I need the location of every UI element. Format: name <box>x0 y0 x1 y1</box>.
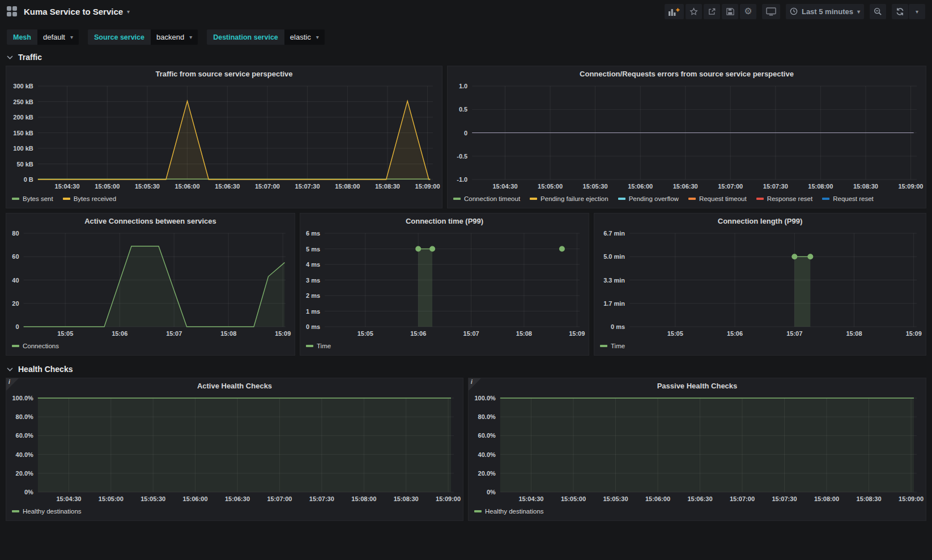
chart-connection-length[interactable]: 0 ms1.7 min3.3 min5.0 min6.7 min15:0515:… <box>594 229 926 339</box>
svg-text:20.0%: 20.0% <box>16 470 33 477</box>
legend-label: Time <box>611 343 625 349</box>
svg-text:50 kB: 50 kB <box>16 161 33 168</box>
legend-swatch <box>12 198 19 200</box>
panel-title[interactable]: Active Connections between services <box>6 213 295 229</box>
svg-text:15:07:00: 15:07:00 <box>730 495 755 502</box>
svg-text:15:08:00: 15:08:00 <box>351 495 376 502</box>
cycle-view-button[interactable] <box>762 4 780 19</box>
panel-connection-time: Connection time (P99) 0 ms1 ms2 ms3 ms4 … <box>300 213 589 356</box>
svg-text:15:05:30: 15:05:30 <box>603 495 628 502</box>
svg-text:15:06:00: 15:06:00 <box>645 495 670 502</box>
zoom-out-icon <box>874 7 882 16</box>
panel-title[interactable]: Passive Health Checks <box>469 378 926 394</box>
legend-label: Connection timeout <box>464 195 520 202</box>
svg-text:15:05: 15:05 <box>667 330 683 337</box>
svg-text:15:04:30: 15:04:30 <box>518 495 543 502</box>
panel-active-connections: Active Connections between services 0204… <box>6 213 295 356</box>
info-icon: i <box>8 379 10 385</box>
svg-text:3.3 min: 3.3 min <box>603 277 625 284</box>
svg-text:15:07: 15:07 <box>463 330 479 337</box>
legend-item[interactable]: Time <box>600 343 625 349</box>
legend-item[interactable]: Response reset <box>756 195 813 202</box>
svg-text:0%: 0% <box>487 489 496 495</box>
svg-text:80.0%: 80.0% <box>16 413 33 420</box>
svg-text:15:06:00: 15:06:00 <box>183 495 208 502</box>
panel-title[interactable]: Traffic from source service perspective <box>6 66 442 82</box>
svg-text:15:05:30: 15:05:30 <box>141 495 165 502</box>
section-header-health-checks[interactable]: Health Checks <box>0 360 932 378</box>
svg-text:15:09: 15:09 <box>275 330 291 337</box>
legend-item[interactable]: Bytes sent <box>12 195 53 202</box>
add-panel-button[interactable] <box>665 4 684 19</box>
panel-title[interactable]: Active Health Checks <box>6 378 463 394</box>
legend-item[interactable]: Request timeout <box>688 195 747 202</box>
svg-text:15:09:00: 15:09:00 <box>415 183 440 190</box>
star-button[interactable] <box>686 4 702 19</box>
variable-value-dropdown[interactable]: backend ▾ <box>151 29 198 45</box>
legend-item[interactable]: Request reset <box>822 195 874 202</box>
svg-text:80: 80 <box>12 230 19 237</box>
svg-text:15:08: 15:08 <box>220 330 236 337</box>
save-button[interactable] <box>722 4 738 19</box>
variable-source-service: Source service backend ▾ <box>88 29 198 45</box>
chevron-down-icon: ▾ <box>316 34 319 40</box>
svg-text:0: 0 <box>464 130 467 136</box>
dashboard-title[interactable]: Kuma Service to Service <box>24 7 123 16</box>
svg-text:20: 20 <box>12 300 19 307</box>
legend-item[interactable]: Connection timeout <box>453 195 520 202</box>
section-header-traffic[interactable]: Traffic <box>0 48 932 66</box>
chevron-down-icon: ▾ <box>916 8 918 15</box>
svg-text:15:08:30: 15:08:30 <box>857 495 882 502</box>
chart-connection-time[interactable]: 0 ms1 ms2 ms3 ms4 ms5 ms6 ms15:0515:0615… <box>300 229 589 339</box>
svg-text:1 ms: 1 ms <box>306 308 320 315</box>
legend-swatch <box>453 198 461 200</box>
svg-text:15:07: 15:07 <box>166 330 182 337</box>
svg-text:15:08:00: 15:08:00 <box>808 183 833 190</box>
svg-text:-0.5: -0.5 <box>457 153 467 160</box>
svg-text:1.7 min: 1.7 min <box>603 300 625 307</box>
svg-text:200 kB: 200 kB <box>13 114 33 121</box>
grid-logo-icon[interactable] <box>7 6 17 16</box>
variable-value-dropdown[interactable]: default ▾ <box>37 29 79 45</box>
legend-item[interactable]: Pending failure ejection <box>530 195 608 202</box>
share-button[interactable] <box>704 4 720 19</box>
legend-label: Connections <box>23 343 59 349</box>
legend: Healthy destinations <box>469 505 926 520</box>
svg-text:-1.0: -1.0 <box>457 176 467 183</box>
navbar: Kuma Service to Service ▾ ⚙ <box>0 0 932 23</box>
legend-item[interactable]: Time <box>306 343 331 349</box>
refresh-button[interactable] <box>892 4 908 19</box>
legend-item[interactable]: Healthy destinations <box>12 508 82 515</box>
panel-row-3: i Active Health Checks 0%20.0%40.0%60.0%… <box>6 378 926 521</box>
refresh-interval-dropdown[interactable]: ▾ <box>909 4 925 19</box>
legend-label: Response reset <box>767 195 813 202</box>
zoom-out-button[interactable] <box>870 4 886 19</box>
legend-item[interactable]: Healthy destinations <box>474 508 544 515</box>
legend-swatch <box>530 198 537 200</box>
chart-connection-errors[interactable]: 1.00.50-0.5-1.015:04:3015:05:0015:05:301… <box>448 82 926 192</box>
chart-active-connections[interactable]: 02040608015:0515:0615:0715:0815:09 <box>6 229 295 339</box>
panel-title[interactable]: Connection/Requests errors from source s… <box>448 66 926 82</box>
chart-passive-health-checks[interactable]: 0%20.0%40.0%60.0%80.0%100.0%15:04:3015:0… <box>469 394 926 505</box>
svg-text:40: 40 <box>12 277 19 284</box>
svg-text:15:07:30: 15:07:30 <box>763 183 788 190</box>
variable-value-dropdown[interactable]: elastic ▾ <box>284 29 325 45</box>
svg-text:6 ms: 6 ms <box>306 230 320 237</box>
legend-item[interactable]: Pending overflow <box>618 195 679 202</box>
time-range-picker[interactable]: Last 5 minutes ▾ <box>786 4 864 19</box>
panel-title[interactable]: Connection time (P99) <box>300 213 589 229</box>
panel-row-1: Traffic from source service perspective … <box>6 66 926 208</box>
legend-item[interactable]: Bytes received <box>63 195 116 202</box>
svg-text:5 ms: 5 ms <box>306 246 320 253</box>
svg-text:4 ms: 4 ms <box>306 261 320 268</box>
settings-button[interactable]: ⚙ <box>740 4 756 19</box>
svg-text:15:06:00: 15:06:00 <box>175 183 200 190</box>
svg-text:250 kB: 250 kB <box>13 99 33 105</box>
chart-traffic-source[interactable]: 0 B50 kB100 kB150 kB200 kB250 kB300 kB15… <box>6 82 442 192</box>
share-icon <box>708 7 716 16</box>
legend-item[interactable]: Connections <box>12 343 59 349</box>
chart-active-health-checks[interactable]: 0%20.0%40.0%60.0%80.0%100.0%15:04:3015:0… <box>6 394 463 505</box>
legend-swatch <box>12 510 19 512</box>
panel-title[interactable]: Connection length (P99) <box>594 213 926 229</box>
legend-label: Bytes received <box>74 195 116 202</box>
